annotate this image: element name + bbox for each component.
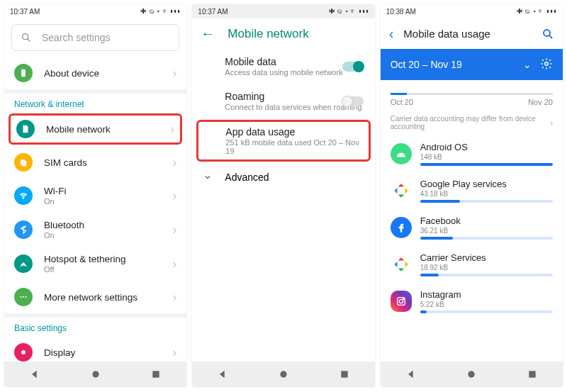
search-input[interactable]: Search settings: [11, 24, 179, 51]
phone-icon: [14, 64, 33, 82]
more-network-row[interactable]: More network settings ›: [4, 281, 186, 313]
nav-home-button[interactable]: [466, 369, 477, 380]
svg-point-14: [280, 371, 286, 377]
timeline-end: Nov 20: [528, 98, 553, 106]
display-row[interactable]: Display ›: [4, 336, 186, 362]
svg-point-5: [23, 198, 23, 198]
section-header-basic: Basic settings: [4, 318, 186, 336]
back-button[interactable]: ‹: [389, 26, 394, 42]
nav-back-button[interactable]: [405, 369, 417, 380]
hotspot-row[interactable]: Hotspot & tetheringOff ›: [4, 247, 186, 281]
app-size: 148 kB: [420, 153, 553, 161]
nav-recent-button[interactable]: [527, 369, 538, 380]
row-label: SIM cards: [44, 157, 172, 168]
app-size: 18.92 kB: [420, 264, 553, 271]
status-bar: 10:38 AM ✱ ⦰ ▾ ᯤ ▮▮▮: [381, 4, 563, 18]
roaming-row[interactable]: Roaming Connect to data services when ro…: [192, 84, 374, 118]
svg-point-10: [21, 350, 26, 354]
search-icon[interactable]: [541, 28, 554, 40]
app-usage-row[interactable]: Facebook 36.21 kB: [381, 210, 563, 247]
row-sub: On: [44, 231, 172, 240]
app-bar-fill: [420, 310, 427, 313]
row-label: Display: [44, 347, 172, 358]
app-usage-row[interactable]: Carrier Services 18.92 kB: [381, 247, 563, 284]
row-label: Bluetooth: [44, 220, 172, 230]
play-services-icon: [391, 180, 412, 201]
screen-header: ← Mobile network: [192, 18, 374, 49]
wifi-icon: [14, 186, 33, 205]
advanced-row[interactable]: Advanced: [192, 163, 374, 191]
app-usage-row[interactable]: Android OS 148 kB: [381, 136, 563, 173]
app-name: Google Play services: [420, 179, 553, 189]
section-header-network: Network & internet: [4, 94, 186, 112]
app-usage-row[interactable]: Instagram 5.22 kB: [381, 284, 563, 320]
app-name: Android OS: [420, 142, 553, 152]
nav-back-button[interactable]: [217, 369, 228, 380]
wifi-row[interactable]: Wi-FiOn ›: [4, 179, 186, 213]
timeline-bar: [391, 93, 553, 95]
screen-header: ‹ Mobile data usage: [381, 18, 563, 49]
status-icons: ✱ ⦰ ▾ ᯤ ▮▮▮: [140, 8, 181, 15]
row-label: App data usage: [225, 126, 362, 138]
svg-point-16: [544, 30, 550, 36]
chevron-right-icon: ›: [172, 290, 176, 305]
sim-icon: [16, 120, 35, 138]
app-usage-row[interactable]: Google Play services 43.18 kB: [381, 173, 563, 210]
nav-recent-button[interactable]: [150, 369, 162, 380]
gear-icon[interactable]: [540, 57, 553, 72]
date-range-selector[interactable]: Oct 20 – Nov 19 ⌄: [381, 49, 563, 80]
svg-point-19: [399, 155, 400, 156]
nav-home-button[interactable]: [278, 369, 289, 380]
instagram-icon: [391, 291, 412, 312]
svg-point-20: [402, 155, 403, 156]
row-sub: Off: [44, 265, 172, 274]
bluetooth-icon: [14, 220, 33, 239]
system-nav-bar: [4, 362, 186, 387]
svg-rect-15: [341, 371, 347, 377]
svg-point-7: [20, 296, 21, 298]
nav-recent-button[interactable]: [339, 369, 350, 380]
nav-back-button[interactable]: [29, 369, 40, 380]
bluetooth-row[interactable]: BluetoothOn ›: [4, 213, 186, 247]
mobile-network-row[interactable]: Mobile network ›: [9, 113, 182, 145]
sim-cards-row[interactable]: SIM cards ›: [4, 146, 186, 179]
app-size: 5.22 kB: [420, 301, 553, 308]
svg-point-8: [23, 296, 24, 298]
chevron-right-icon: ›: [170, 122, 174, 137]
mobile-data-usage-screen: 10:38 AM ✱ ⦰ ▾ ᯤ ▮▮▮ ‹ Mobile data usage…: [381, 4, 563, 387]
svg-rect-25: [529, 371, 535, 377]
app-bar-fill: [420, 237, 454, 240]
row-label: Mobile network: [46, 124, 170, 135]
chevron-down-icon: [203, 173, 212, 181]
row-label: Advanced: [225, 172, 269, 183]
status-time: 10:38 AM: [386, 8, 416, 16]
about-device-row[interactable]: About device ›: [4, 57, 186, 89]
carrier-note: Carrier data accounting may differ from …: [391, 115, 551, 130]
back-button[interactable]: ←: [201, 26, 215, 42]
display-icon: [14, 343, 33, 362]
facebook-icon: [391, 217, 412, 238]
svg-point-23: [403, 298, 403, 299]
mobile-data-toggle[interactable]: [342, 62, 364, 72]
search-icon: [21, 32, 32, 43]
timeline-start: Oct 20: [391, 98, 413, 106]
row-sub: On: [44, 197, 172, 206]
svg-rect-13: [153, 371, 159, 377]
app-data-usage-row[interactable]: App data usage 251 kB mobile data used O…: [196, 120, 370, 162]
app-size: 36.21 kB: [420, 227, 553, 235]
app-name: Instagram: [420, 289, 553, 300]
app-bar-fill: [420, 274, 439, 276]
chevron-right-icon: ›: [172, 345, 176, 360]
carrier-services-icon: [391, 254, 412, 275]
row-label: Hotspot & tethering: [44, 254, 172, 264]
svg-point-9: [25, 296, 26, 298]
roaming-toggle[interactable]: [342, 96, 364, 106]
mobile-data-row[interactable]: Mobile data Access data using mobile net…: [192, 49, 374, 84]
carrier-note-row[interactable]: Carrier data accounting may differ from …: [381, 109, 563, 136]
nav-home-button[interactable]: [90, 369, 101, 380]
chevron-right-icon: ›: [172, 189, 176, 203]
row-label: Wi-Fi: [44, 186, 172, 196]
svg-point-22: [399, 299, 403, 303]
chevron-right-icon: ›: [172, 223, 176, 237]
chevron-down-icon: ⌄: [523, 59, 532, 70]
